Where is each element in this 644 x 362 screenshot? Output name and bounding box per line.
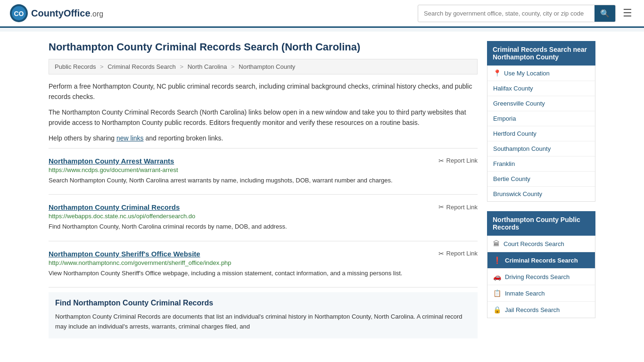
sub-header-bar — [0, 28, 644, 32]
breadcrumb-public-records[interactable]: Public Records — [55, 63, 96, 70]
report-link-icon-1: ✂ — [438, 157, 444, 165]
inmate-search-link[interactable]: Inmate Search — [505, 290, 545, 297]
sidebar: Criminal Records Search near Northampton… — [487, 41, 595, 338]
find-section: Find Northampton County Criminal Records… — [49, 292, 478, 338]
record-item-2-title[interactable]: Northampton County Criminal Records — [49, 203, 180, 211]
sidebar-court-records[interactable]: 🏛 Court Records Search — [487, 236, 595, 252]
record-item-3-desc: View Northampton County Sheriff's Office… — [49, 269, 478, 278]
record-item-1-title[interactable]: Northampton County Arrest Warrants — [49, 157, 174, 165]
sidebar-nearby-item-5[interactable]: Franklin — [487, 156, 595, 172]
sidebar-inmate-search[interactable]: 📋 Inmate Search — [487, 285, 595, 302]
record-item-1: Northampton County Arrest Warrants ✂ Rep… — [49, 152, 478, 185]
main-container: Northampton County Criminal Records Sear… — [39, 32, 605, 338]
record-item-2-header: Northampton County Criminal Records ✂ Re… — [49, 203, 478, 211]
breadcrumb-northampton-county[interactable]: Northampton County — [239, 63, 295, 70]
sidebar-nearby-title: Criminal Records Search near Northampton… — [487, 41, 595, 66]
divider-4 — [49, 287, 478, 288]
record-item-3: Northampton County Sheriff's Office Webs… — [49, 245, 478, 278]
sidebar-criminal-records[interactable]: ❗ Criminal Records Search — [487, 252, 595, 269]
header-right: 🔍 ☰ — [418, 5, 635, 22]
search-icon: 🔍 — [600, 9, 610, 17]
report-link-1[interactable]: ✂ Report Link — [438, 157, 478, 165]
breadcrumb: Public Records > Criminal Records Search… — [49, 59, 478, 74]
driving-records-icon: 🚗 — [493, 273, 501, 280]
breadcrumb-sep-1: > — [100, 63, 105, 70]
driving-records-link[interactable]: Driving Records Search — [505, 273, 570, 280]
record-item-3-title[interactable]: Northampton County Sheriff's Office Webs… — [49, 250, 200, 258]
jail-records-link[interactable]: Jail Records Search — [505, 306, 560, 313]
search-bar: 🔍 — [418, 5, 616, 22]
report-link-2[interactable]: ✂ Report Link — [438, 203, 478, 211]
intro-paragraph-2: The Northampton County Criminal Records … — [49, 107, 478, 128]
sidebar-nearby-list: 📍 Use My Location Halifax County Greensv… — [487, 66, 595, 202]
breadcrumb-criminal-records[interactable]: Criminal Records Search — [107, 63, 176, 70]
breadcrumb-north-carolina[interactable]: North Carolina — [188, 63, 227, 70]
public-records-list: 🏛 Court Records Search ❗ Criminal Record… — [487, 236, 595, 318]
court-records-link[interactable]: Court Records Search — [504, 240, 564, 247]
breadcrumb-sep-3: > — [231, 63, 236, 70]
report-link-label-1: Report Link — [446, 157, 478, 164]
report-link-3[interactable]: ✂ Report Link — [438, 250, 478, 257]
report-link-icon-2: ✂ — [438, 203, 444, 211]
sidebar-nearby-item-6[interactable]: Bertie County — [487, 172, 595, 187]
sidebar-public-records-section: Northampton County Public Records 🏛 Cour… — [487, 211, 595, 318]
find-section-paragraph: Northampton County Criminal Records are … — [55, 312, 471, 332]
page-title: Northampton County Criminal Records Sear… — [49, 41, 478, 53]
criminal-records-link[interactable]: Criminal Records Search — [505, 257, 578, 264]
sidebar-nearby-item-1[interactable]: Greensville County — [487, 96, 595, 111]
search-button[interactable]: 🔍 — [594, 5, 615, 22]
logo-area[interactable]: CO CountyOffice.org — [9, 4, 103, 23]
jail-records-icon: 🔒 — [493, 306, 501, 313]
report-link-label-2: Report Link — [446, 204, 478, 211]
sidebar-nearby-item-0[interactable]: Halifax County — [487, 81, 595, 96]
svg-text:CO: CO — [14, 10, 24, 17]
record-item-3-url[interactable]: http://www.northamptonnc.com/government/… — [49, 259, 478, 266]
pin-icon: 📍 — [493, 69, 501, 77]
report-link-label-3: Report Link — [446, 250, 478, 257]
court-records-icon: 🏛 — [493, 240, 500, 247]
sidebar-nearby-item-3[interactable]: Hertford County — [487, 126, 595, 141]
search-input[interactable] — [418, 6, 594, 21]
intro-paragraph-3: Help others by sharing new links and rep… — [49, 133, 478, 143]
use-location-link[interactable]: Use My Location — [504, 70, 550, 77]
record-item-1-url[interactable]: https://www.ncdps.gov/document/warrant-a… — [49, 166, 478, 173]
criminal-records-icon: ❗ — [493, 256, 501, 264]
divider-1 — [49, 148, 478, 148]
new-links-link[interactable]: new links — [116, 134, 144, 142]
breadcrumb-sep-2: > — [180, 63, 185, 70]
intro-paragraph-1: Perform a free Northampton County, NC pu… — [49, 81, 478, 102]
record-item-2: Northampton County Criminal Records ✂ Re… — [49, 198, 478, 231]
content-area: Northampton County Criminal Records Sear… — [49, 41, 478, 338]
hamburger-menu-icon[interactable]: ☰ — [620, 5, 635, 22]
divider-3 — [49, 241, 478, 241]
sidebar-nearby-item-7[interactable]: Brunswick County — [487, 187, 595, 201]
site-header: CO CountyOffice.org 🔍 ☰ — [0, 0, 644, 28]
record-item-1-header: Northampton County Arrest Warrants ✂ Rep… — [49, 157, 478, 165]
divider-2 — [49, 194, 478, 195]
inmate-search-icon: 📋 — [493, 289, 501, 297]
sidebar-driving-records[interactable]: 🚗 Driving Records Search — [487, 269, 595, 285]
sidebar-use-location[interactable]: 📍 Use My Location — [487, 66, 595, 81]
sidebar-nearby-item-2[interactable]: Emporia — [487, 111, 595, 126]
sidebar-public-records-title: Northampton County Public Records — [487, 211, 595, 236]
find-section-title: Find Northampton County Criminal Records — [55, 299, 471, 307]
record-item-2-desc: Find Northampton County, North Carolina … — [49, 222, 478, 231]
sidebar-nearby-section: Criminal Records Search near Northampton… — [487, 41, 595, 202]
report-link-icon-3: ✂ — [438, 250, 444, 257]
record-item-3-header: Northampton County Sheriff's Office Webs… — [49, 250, 478, 258]
record-item-2-url[interactable]: https://webapps.doc.state.nc.us/opi/offe… — [49, 213, 478, 220]
sidebar-jail-records[interactable]: 🔒 Jail Records Search — [487, 302, 595, 318]
record-item-1-desc: Search Northampton County, North Carolin… — [49, 176, 478, 185]
logo-icon: CO — [9, 4, 28, 23]
logo-text: CountyOffice.org — [31, 8, 103, 19]
sidebar-nearby-item-4[interactable]: Southampton County — [487, 141, 595, 156]
